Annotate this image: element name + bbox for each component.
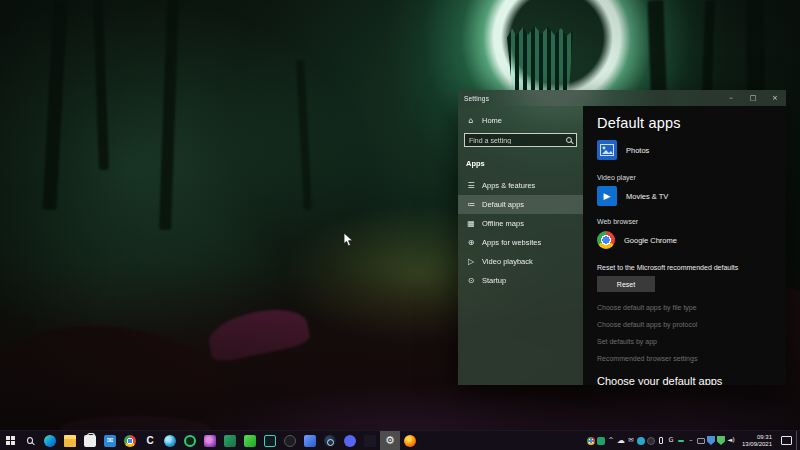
link-default-apps-by-file-type[interactable]: Choose default apps by file type (597, 304, 776, 311)
window-controls: – □ × (720, 90, 786, 106)
tray-hidden-icons[interactable]: ^ (606, 431, 616, 450)
tray-volume[interactable]: ◄) (726, 431, 736, 450)
taskbar-teal-square-app[interactable] (260, 431, 280, 450)
link-set-defaults-by-app[interactable]: Set defaults by app (597, 338, 776, 345)
taskbar-clock[interactable]: 09:31 13/09/2021 (736, 431, 777, 450)
dark-circle-icon (647, 437, 655, 445)
taskbar-green-circle-app[interactable] (180, 431, 200, 450)
tray-letter-g-app[interactable]: G (666, 431, 676, 450)
discord-icon (344, 435, 356, 447)
sidebar-nav: ☰ Apps & features ≔ Default apps ▦ Offli… (458, 176, 583, 290)
sidebar-item-apps-for-websites[interactable]: ⊕ Apps for websites (458, 233, 583, 252)
minus-icon: – (689, 437, 692, 444)
tray-green-dash-app[interactable] (676, 431, 686, 450)
taskbar-chrome[interactable] (120, 431, 140, 450)
play-icon: ▶ (604, 192, 611, 201)
sidebar-item-startup[interactable]: ⊙ Startup (458, 271, 583, 290)
tray-monitor-app[interactable] (696, 431, 706, 450)
action-center-button[interactable] (781, 436, 792, 445)
green-app-icon (597, 437, 605, 445)
reset-button[interactable]: Reset (597, 276, 655, 292)
sidebar-item-label: Offline maps (482, 219, 524, 228)
taskbar-discord[interactable] (340, 431, 360, 450)
sidebar-item-default-apps[interactable]: ≔ Default apps (458, 195, 583, 214)
mouse-cursor (343, 233, 355, 251)
photos-app-icon[interactable] (597, 140, 617, 160)
settings-sidebar: ⌂ Home Apps ☰ Apps & features ≔ Default … (458, 106, 583, 385)
web-browser-category-label: Web browser (597, 218, 776, 225)
home-icon: ⌂ (466, 116, 476, 125)
titlebar[interactable]: Settings – □ × (458, 90, 786, 106)
taskbar-green-square-app[interactable] (240, 431, 260, 450)
taskbar-purple-app[interactable] (200, 431, 220, 450)
minimize-button[interactable]: – (720, 90, 742, 106)
tray-security-shield[interactable] (706, 431, 716, 450)
close-button[interactable]: × (764, 90, 786, 106)
start-button[interactable] (0, 431, 20, 450)
sidebar-item-apps-features[interactable]: ☰ Apps & features (458, 176, 583, 195)
tray-green-app[interactable] (596, 431, 606, 450)
web-browser-app-row[interactable]: Google Chrome (597, 230, 776, 250)
apps-for-websites-icon: ⊕ (466, 238, 476, 247)
blue-swirl-icon (164, 435, 176, 447)
settings-search-box[interactable] (464, 133, 577, 147)
taskbar-search-button[interactable] (20, 431, 40, 450)
maximize-button[interactable]: □ (742, 90, 764, 106)
store-bag-icon (84, 435, 96, 447)
sidebar-item-label: Video playback (482, 257, 533, 266)
taskbar-edge[interactable] (40, 431, 60, 450)
taskbar-settings-active[interactable]: ⚙ (380, 431, 400, 450)
taskbar-blue-app[interactable] (300, 431, 320, 450)
search-input[interactable] (469, 137, 566, 144)
taskbar-dark-app[interactable] (360, 431, 380, 450)
taskbar-file-explorer[interactable] (60, 431, 80, 450)
purple-app-icon (204, 435, 216, 447)
tray-chrome[interactable] (586, 431, 596, 450)
video-player-app-row[interactable]: ▶ Movies & TV (597, 186, 776, 206)
dark-circle-icon (284, 435, 296, 447)
excel-icon (224, 435, 236, 447)
taskbar-excel[interactable] (220, 431, 240, 450)
tray-antivirus[interactable] (716, 431, 726, 450)
sidebar-item-video-playback[interactable]: ▷ Video playback (458, 252, 583, 271)
taskbar-steam[interactable] (320, 431, 340, 450)
chrome-app-icon[interactable] (597, 231, 615, 249)
tray-blue-app[interactable] (636, 431, 646, 450)
taskbar-mail[interactable]: ✉ (100, 431, 120, 450)
video-player-app-name: Movies & TV (626, 192, 668, 201)
edge-icon (44, 435, 56, 447)
tray-dark-app[interactable] (646, 431, 656, 450)
apps-features-icon: ☰ (466, 181, 476, 190)
tray-your-phone[interactable] (656, 431, 666, 450)
taskbar-blue-swirl-app[interactable] (160, 431, 180, 450)
tray-mail[interactable]: ✉ (626, 431, 636, 450)
clock-date: 13/09/2021 (742, 441, 772, 448)
home-label: Home (482, 116, 502, 125)
taskbar-dark-circle-app[interactable] (280, 431, 300, 450)
link-recommended-browser-settings[interactable]: Recommended browser settings (597, 355, 776, 362)
show-desktop-button[interactable] (796, 431, 800, 450)
monitor-icon (697, 438, 705, 444)
sidebar-item-label: Default apps (482, 200, 524, 209)
page-title: Default apps (597, 114, 776, 132)
gear-icon: ⚙ (385, 435, 395, 446)
movies-tv-app-icon[interactable]: ▶ (597, 186, 617, 206)
default-apps-panel: Default apps Photos Video player ▶ (583, 106, 786, 385)
search-icon (27, 437, 33, 444)
taskbar-firefox[interactable] (400, 431, 420, 450)
photo-viewer-app-row[interactable]: Photos (597, 140, 776, 160)
system-tray: ^ ☁ ✉ G – ◄) 09:31 13/09/2021 (586, 431, 800, 450)
link-default-apps-by-protocol[interactable]: Choose default apps by protocol (597, 321, 776, 328)
tray-minimized-window[interactable]: – (686, 431, 696, 450)
phone-icon (659, 437, 663, 444)
cloud-icon: ☁ (617, 437, 625, 445)
green-dash-icon (678, 440, 684, 442)
sidebar-item-home[interactable]: ⌂ Home (466, 116, 583, 125)
taskbar-letter-c-app[interactable]: C (140, 431, 160, 450)
tray-onedrive[interactable]: ☁ (616, 431, 626, 450)
taskbar-microsoft-store[interactable] (80, 431, 100, 450)
teal-square-icon (264, 435, 276, 447)
mail-icon: ✉ (104, 435, 116, 447)
sidebar-item-offline-maps[interactable]: ▦ Offline maps (458, 214, 583, 233)
desktop: Settings – □ × ⌂ Home Apps (0, 0, 800, 450)
